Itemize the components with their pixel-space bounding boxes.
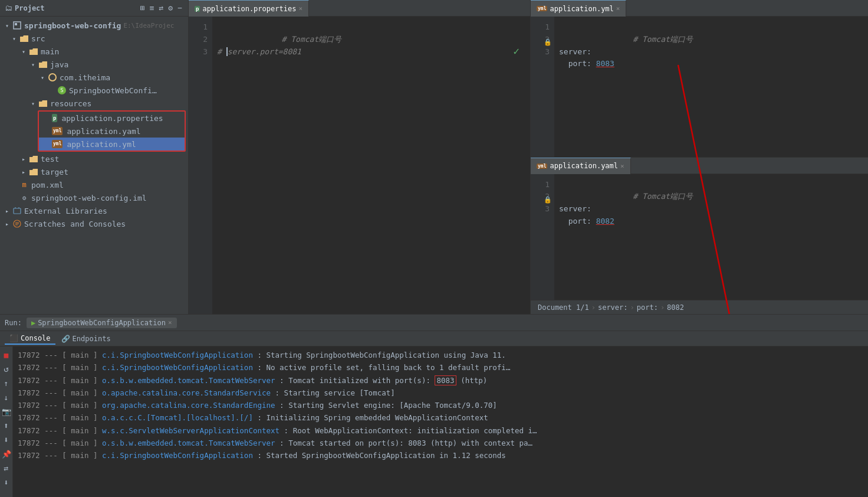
log-pid-1: 17872 [18,351,40,359]
code-content-right-bottom[interactable]: # Tomcat端口号 server: port: 8082 🔒 [554,174,868,300]
tree-item-src[interactable]: src [0,32,188,45]
log-sep-2: --- [ [44,363,67,372]
line-num-rt-1: 1 [531,21,554,34]
log-sep-4b: ] [93,388,102,397]
status-sep-2: › [630,303,634,312]
xml-icon: m [19,180,29,189]
tab-close-app-yaml[interactable]: × [620,162,624,170]
log-class-6[interactable]: o.a.c.c.C.[Tomcat].[localhost].[/] [102,413,253,422]
sidebar-icon-scope[interactable]: ⊞ [139,3,146,13]
pin-button[interactable]: 📌 [1,448,12,460]
log-class-5[interactable]: org.apache.catalina.core.StandardEngine [102,401,275,410]
scroll-up-button[interactable]: ↑ [1,377,12,389]
tree-arrow-resources [28,100,38,107]
log-class-4[interactable]: o.apache.catalina.core.StandardService [102,388,271,397]
sidebar-header: 🗂 Project ⊞ ≡ ⇄ ⚙ − [0,0,188,17]
tab-yaml-icon-bottom: yml [537,164,547,169]
tab-label-app-properties: application.properties [202,5,296,13]
scroll-down-button[interactable]: ↓ [1,391,12,403]
tab-close-app-properties[interactable]: × [298,5,303,12]
stop-button[interactable]: ■ [1,349,12,361]
expand-button[interactable]: ⬆ [1,420,12,431]
checkmark-left: ✓ [513,45,520,57]
sidebar: 🗂 Project ⊞ ≡ ⇄ ⚙ − spr [0,0,189,314]
project-icon: 🗂 [5,4,12,12]
tree-label-iml: springboot-web-config.iml [31,194,147,202]
tree-arrow-external-libs [2,208,12,214]
console-area: Run: ▶ SpringbootWebConfigApplication × … [0,314,868,497]
tree-item-app-yaml[interactable]: yml application.yaml [39,125,185,138]
console-app-close[interactable]: × [168,319,172,326]
sidebar-title: Project [15,4,45,12]
sidebar-icon-sort[interactable]: ≡ [149,3,156,13]
log-sep-5b: ] [93,401,102,410]
log-sep-1b: ] [93,351,102,359]
tree-item-resources[interactable]: resources [0,97,188,110]
tree-label-target: target [41,168,68,176]
tree-item-app-properties[interactable]: p application.properties [39,112,185,125]
tree-item-external-libs[interactable]: External Libraries [0,204,188,217]
editor-content-right-bottom[interactable]: 1 2 3 # Tomcat端口号 server: port: 8082 🔒 [531,174,868,300]
tab-close-app-yml[interactable]: × [616,5,620,12]
screenshot-button[interactable]: 📷 [1,406,12,417]
log-class-1[interactable]: c.i.SpringbootWebConfigApplication [102,351,253,359]
yaml-icon-yml: yml [52,140,63,148]
console-output[interactable]: 17872 --- [ main ] c.i.SpringbootWebConf… [13,346,868,497]
tab-label-app-yml: application.yml [550,5,613,13]
log-line-2: 17872 --- [ main ] c.i.SpringbootWebConf… [18,361,863,374]
tab-app-properties[interactable]: p application.properties × [189,0,309,17]
lock-icon-rb: 🔒 [544,195,552,205]
log-thread-3: main [71,376,88,385]
console-tabs: ⬛ Console 🔗 Endpoints [0,331,868,346]
rt-code-line-3: port: 8083 [559,59,614,68]
editor-content-left[interactable]: 1 2 3 # Tomcat端口号 # server.port=8081 ✓ [189,17,530,314]
console-tab-endpoints[interactable]: 🔗 Endpoints [57,333,116,344]
tree-item-pom[interactable]: m pom.xml [0,178,188,191]
editor-content-right-top[interactable]: 1 2 3 # Tomcat端口号 server: port: 8083 🔒 [531,17,868,157]
console-icon: ⬛ [9,334,18,342]
console-tab-console[interactable]: ⬛ Console [5,333,55,345]
log-msg-8: : Tomcat started on port(s): 8083 (http)… [280,439,532,447]
log-class-8[interactable]: o.s.b.w.embedded.tomcat.TomcatWebServer [102,439,275,447]
log-sep-1: --- [ [44,351,67,359]
console-tab-label-endpoints: Endpoints [73,335,111,343]
log-class-2[interactable]: c.i.SpringbootWebConfigApplication [102,363,253,372]
sidebar-icon-settings[interactable]: ⚙ [167,3,174,13]
tab-app-yml[interactable]: yml application.yml × [531,0,626,17]
tree-label-java: java [50,60,68,69]
tab-label-app-yaml: application.yaml [550,162,618,170]
collapse-button[interactable]: ⬇ [1,434,12,446]
tree-item-test[interactable]: test [0,152,188,165]
console-app-tab[interactable]: ▶ SpringbootWebConfigApplication × [27,318,177,328]
rerun-button[interactable]: ↺ [1,363,12,375]
log-thread-6: main [71,413,88,422]
editor-tabs-left: p application.properties × [189,0,530,17]
log-class-7[interactable]: w.s.c.ServletWebServerApplicationContext [102,426,280,435]
tree-item-scratches[interactable]: Scratches and Consoles [0,217,188,230]
tree-item-app-yml[interactable]: yml application.yml [39,138,185,151]
sidebar-icon-expand[interactable]: ⇄ [158,3,165,13]
filter-button[interactable]: ⬇ [1,476,12,488]
folder-test-icon [28,154,39,164]
tree-item-springboot-class[interactable]: S SpringbootWebConfi… [0,84,188,97]
log-class-3[interactable]: o.s.b.w.embedded.tomcat.TomcatWebServer [102,376,275,385]
tree-item-target[interactable]: target [0,165,188,178]
tree-item-main[interactable]: main [0,45,188,58]
console-app-icon: ▶ [31,319,35,327]
log-sep-2b: ] [93,363,102,372]
tab-app-yaml[interactable]: yml application.yaml × [531,158,631,174]
log-pid-9: 17872 [18,451,40,460]
sidebar-icon-minimize[interactable]: − [176,3,183,13]
editor-right: yml application.yml × 1 2 3 [531,0,868,314]
code-content-right-top[interactable]: # Tomcat端口号 server: port: 8083 🔒 [554,17,868,157]
yaml-icon-yaml: yml [52,127,63,135]
tree-item-java[interactable]: java [0,58,188,71]
tree-item-root[interactable]: springboot-web-config E:\IdeaProjec [0,19,188,32]
tree-item-com-itheima[interactable]: com.itheima [0,71,188,84]
properties-icon: p [52,114,57,122]
tree-item-iml[interactable]: ⚙ springboot-web-config.iml [0,191,188,204]
code-content-left[interactable]: # Tomcat端口号 # server.port=8081 [212,17,530,314]
log-line-1: 17872 --- [ main ] c.i.SpringbootWebConf… [18,349,863,361]
wrap-button[interactable]: ⇄ [1,462,12,474]
log-class-9[interactable]: c.i.SpringbootWebConfigApplication [102,451,253,460]
